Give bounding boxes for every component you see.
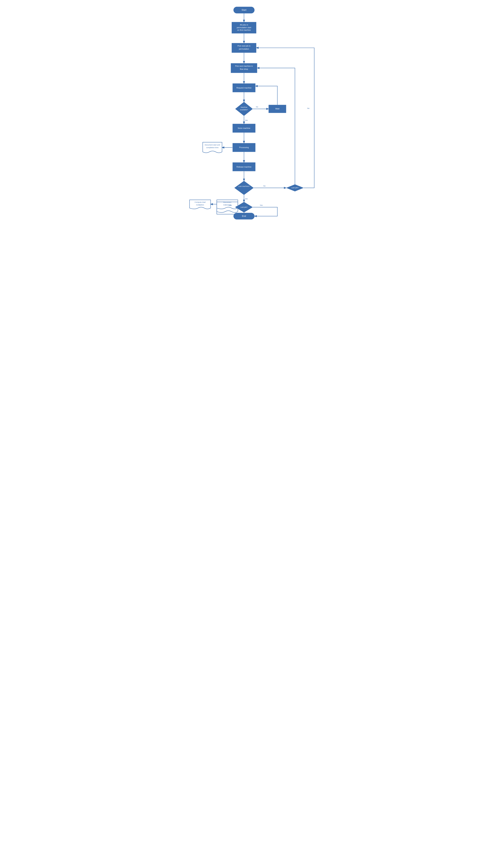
no-label-lastmachine: No: [263, 185, 266, 187]
doc-start-label2: completion time: [206, 146, 219, 148]
compute-dual-label2: multipliers: [196, 204, 204, 206]
processing-label: Processing: [239, 146, 249, 148]
last-job-right-label: Last job?: [291, 187, 298, 189]
compute-dual-label: Compute dual: [195, 201, 206, 203]
last-machine-label: Last machine?: [238, 185, 250, 187]
pick-next-job-label: Pick next job in: [238, 45, 251, 47]
no-label-lastjob-right: No: [307, 107, 309, 109]
pick-next-machine-label2: flow shop: [240, 68, 248, 70]
yes-label-seize: Yes: [245, 119, 248, 121]
seize-machine-label: Seize machine: [238, 127, 250, 129]
yes-label-bottom: Yes: [260, 204, 263, 206]
yes-label-lastmachine: Yes: [245, 198, 248, 200]
all-jobs-label3: on first machine: [237, 29, 251, 31]
wait-label: Wait: [275, 107, 280, 110]
last-job-bottom-label: Last job?: [240, 206, 248, 208]
start-label: Start: [242, 8, 246, 11]
edge-lastjob-right-picknextmachine: [257, 68, 295, 184]
edge-bottom-yes-end: [253, 207, 277, 216]
pick-next-machine-label: Pick next machine in: [235, 65, 253, 67]
machine-available-label: Machine: [241, 106, 248, 108]
all-jobs-label2: permutation start: [237, 26, 251, 29]
doc-makespan-label: Document: [223, 201, 231, 203]
request-machine-label: Request machine: [236, 87, 252, 89]
pick-next-job-label2: permutation: [239, 48, 249, 50]
end-label: End: [242, 215, 246, 217]
machine-available-label2: available?: [240, 109, 248, 111]
release-machine-label: Release machine: [237, 166, 252, 168]
flowchart-container: Start All jobs in permutation start on f…: [174, 4, 321, 218]
edge-wait-requestmachine: [256, 86, 277, 105]
last-machine-node: [234, 181, 254, 195]
doc-start-label: Document start and: [205, 144, 220, 146]
edge-lastjob-right-picknextjob: [256, 48, 314, 188]
all-jobs-label: All jobs in: [240, 24, 248, 26]
yes-label-lastjob-bottom: Yes: [229, 204, 232, 206]
no-label-wait: No: [256, 106, 258, 108]
